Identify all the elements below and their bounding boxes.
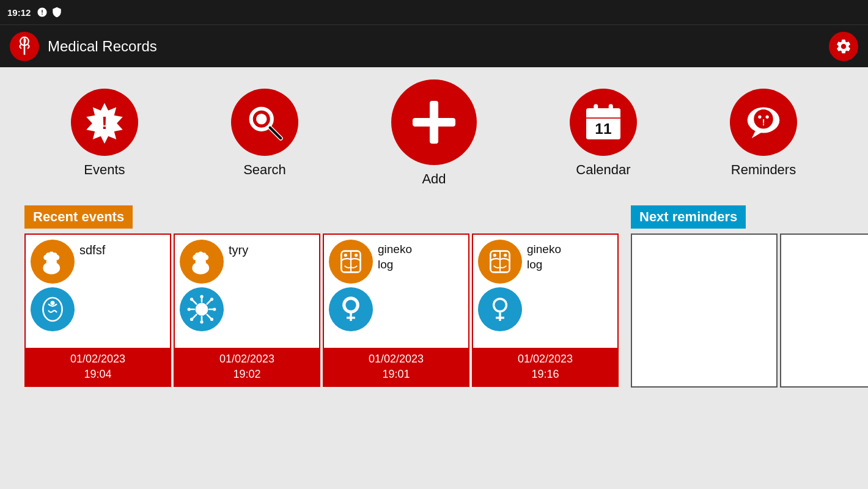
svg-point-63: [345, 300, 356, 310]
card-top-2: tyry: [175, 235, 319, 348]
reminders-circle[interactable]: !: [730, 89, 797, 156]
svg-point-7: [256, 114, 267, 125]
main-content: ! Events Search: [0, 67, 868, 489]
events-nav-item[interactable]: ! Events: [71, 89, 138, 178]
calendar-label: Calendar: [576, 162, 630, 178]
foot-icon-circle-1: [31, 240, 75, 284]
card-title-3: gineko log: [378, 240, 412, 272]
card-icons-4: [478, 240, 522, 331]
alert-status-icon: [37, 7, 48, 18]
app-title: Medical Records: [48, 38, 829, 55]
next-reminders-section: Next reminders: [631, 205, 868, 388]
event-card-1[interactable]: sdfsf 01/02/2023 19:04: [24, 233, 171, 387]
event-card-4[interactable]: gineko log 01/02/2023 19:16: [472, 233, 619, 387]
svg-point-59: [344, 254, 347, 257]
chest-icon-circle-4: [478, 240, 522, 284]
nav-row: ! Events Search: [24, 79, 844, 187]
svg-point-49: [200, 295, 203, 298]
add-circle[interactable]: [391, 79, 477, 165]
card-icons-3: [329, 240, 373, 331]
app-logo: ⚕: [10, 32, 39, 61]
events-circle[interactable]: !: [71, 89, 138, 156]
svg-line-47: [207, 300, 211, 304]
settings-icon: [835, 38, 852, 55]
svg-rect-14: [594, 104, 598, 114]
svg-line-48: [193, 315, 196, 318]
chest-icon-4: [484, 246, 516, 278]
event-card-2[interactable]: tyry 01/02/2023 19:02: [174, 233, 320, 387]
svg-line-46: [207, 315, 211, 318]
chest-icon-circle-3: [329, 240, 373, 284]
svg-point-55: [210, 298, 213, 301]
card-date-1: 01/02/2023 19:04: [26, 348, 170, 386]
body-icon-circle-1: [31, 287, 75, 331]
svg-point-68: [493, 254, 496, 257]
svg-text:⚕: ⚕: [23, 37, 27, 44]
shield-status-icon: [51, 7, 62, 18]
svg-point-60: [355, 254, 358, 257]
reminder-card-1[interactable]: [631, 233, 778, 388]
svg-point-69: [504, 254, 507, 257]
add-label: Add: [422, 171, 446, 187]
search-circle[interactable]: [231, 89, 298, 156]
svg-point-51: [188, 307, 191, 311]
svg-point-56: [190, 318, 193, 321]
card-title-2: tyry: [229, 240, 248, 258]
svg-point-21: [758, 116, 761, 119]
reminders-label: Reminders: [731, 162, 796, 178]
card-date-3: 01/02/2023 19:01: [324, 348, 468, 386]
add-nav-item[interactable]: Add: [391, 79, 477, 187]
status-time: 19:12: [7, 7, 31, 18]
svg-point-40: [196, 303, 208, 316]
calendar-circle[interactable]: 11: [570, 89, 637, 156]
search-label: Search: [243, 162, 286, 178]
body-icon-1: [37, 293, 68, 325]
svg-point-50: [200, 320, 203, 323]
card-title-1: sdfsf: [79, 240, 105, 258]
next-reminders-header: Next reminders: [631, 205, 746, 229]
card-top-4: gineko log: [473, 235, 617, 348]
foot-icon-1: [37, 246, 68, 278]
svg-point-22: [766, 116, 769, 119]
svg-marker-19: [752, 131, 763, 138]
svg-point-52: [213, 307, 216, 311]
svg-text:!: !: [762, 117, 765, 127]
calendar-icon: 11: [582, 101, 625, 144]
reminder-card-2[interactable]: [780, 233, 868, 388]
status-icons: [37, 7, 62, 18]
female-icon-circle-4: [478, 287, 522, 331]
foot-icon-circle-2: [180, 240, 224, 284]
events-icon: !: [83, 101, 126, 144]
reminder-cards: [631, 233, 868, 388]
female-icon-circle-3: [329, 287, 373, 331]
event-card-3[interactable]: gineko log 01/02/2023 19:01: [323, 233, 469, 387]
virus-icon-2: [186, 293, 218, 325]
svg-rect-15: [609, 104, 613, 114]
reminders-icon: !: [742, 101, 785, 144]
calendar-nav-item[interactable]: 11 Calendar: [570, 89, 637, 178]
bottom-section: Recent events: [24, 205, 844, 388]
svg-text:11: 11: [595, 120, 611, 137]
svg-point-39: [204, 255, 209, 260]
reminders-nav-item[interactable]: ! Reminders: [730, 89, 797, 178]
svg-point-32: [51, 301, 55, 305]
card-date-4: 01/02/2023 19:16: [473, 348, 617, 386]
card-date-2: 01/02/2023 19:02: [175, 348, 319, 386]
search-icon: [243, 101, 286, 144]
svg-point-54: [210, 318, 213, 321]
add-icon: [406, 95, 462, 150]
chest-icon-3: [335, 246, 367, 278]
search-nav-item[interactable]: Search: [231, 89, 298, 178]
svg-point-30: [54, 255, 60, 260]
events-label: Events: [84, 162, 125, 178]
settings-button[interactable]: [829, 32, 858, 61]
svg-point-53: [190, 298, 193, 301]
card-icons-2: [180, 240, 224, 331]
recent-events-header: Recent events: [24, 205, 133, 229]
female-icon-4: [484, 293, 516, 325]
card-icons-1: [31, 240, 75, 331]
svg-text:!: !: [101, 112, 108, 133]
events-cards: sdfsf 01/02/2023 19:04: [24, 233, 619, 387]
virus-icon-circle-2: [180, 287, 224, 331]
top-bar: ⚕ Medical Records: [0, 24, 868, 67]
